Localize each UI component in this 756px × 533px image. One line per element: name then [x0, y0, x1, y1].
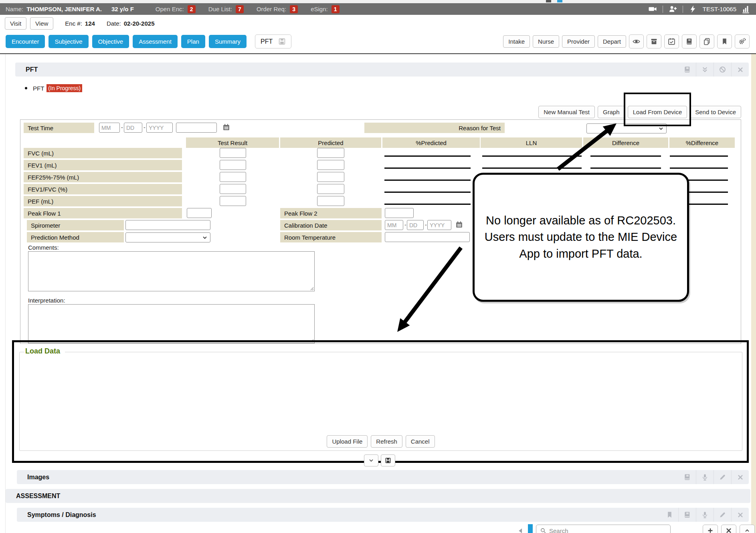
divider	[663, 6, 663, 13]
journal-button[interactable]	[682, 34, 697, 48]
calendar-icon[interactable]	[222, 123, 230, 131]
due-list-counter[interactable]: Due List: 7	[208, 5, 244, 13]
save-button[interactable]	[381, 454, 395, 466]
lightning-bolt-icon[interactable]	[689, 5, 697, 13]
calibration-year-input[interactable]	[427, 220, 451, 230]
save-icon[interactable]	[278, 38, 286, 45]
close-icon[interactable]	[731, 508, 749, 522]
test-result-input[interactable]	[220, 160, 246, 170]
spirometer-input[interactable]	[125, 220, 210, 230]
search-input[interactable]	[549, 527, 667, 533]
prediction-method-select[interactable]	[125, 232, 210, 242]
collapse-left-icon[interactable]	[517, 527, 525, 533]
depart-button[interactable]: Depart	[598, 35, 626, 48]
test-year-input[interactable]	[146, 123, 173, 133]
remove-button[interactable]	[721, 525, 736, 533]
new-manual-test-button[interactable]: New Manual Test	[538, 106, 595, 118]
tab-plan[interactable]: Plan	[181, 35, 205, 48]
calibration-date-label: Calibration Date	[280, 220, 382, 230]
percent-predicted-line	[384, 204, 471, 205]
eye-icon	[633, 38, 640, 45]
visit-button[interactable]: Visit	[5, 17, 26, 30]
test-day-input[interactable]	[124, 123, 142, 133]
tab-encounter[interactable]: Encounter	[6, 35, 45, 48]
close-icon[interactable]	[731, 63, 749, 77]
journal-icon[interactable]	[678, 508, 696, 522]
add-user-icon[interactable]	[669, 5, 677, 13]
test-hour-input[interactable]	[176, 123, 217, 133]
test-result-input[interactable]	[220, 196, 246, 206]
settings-button[interactable]	[735, 34, 750, 48]
order-req-badge: 3	[290, 5, 298, 13]
images-section-header: Images	[17, 470, 749, 484]
open-enc-counter[interactable]: Open Enc: 2	[156, 5, 196, 13]
test-result-input[interactable]	[220, 184, 246, 194]
resize-grip-icon[interactable]	[308, 285, 314, 291]
titlebar-tools: TEST-10065	[649, 5, 750, 13]
predicted-input[interactable]	[317, 172, 344, 182]
nurse-button[interactable]: Nurse	[533, 35, 559, 48]
add-button[interactable]	[703, 525, 718, 533]
test-result-input[interactable]	[220, 148, 246, 158]
video-camera-icon[interactable]	[649, 5, 657, 13]
symptoms-diagnosis-section-header: Symptoms / Diagnosis	[17, 508, 749, 522]
annotation-text: No longer available as of RC202503. User…	[481, 212, 681, 262]
microphone-icon[interactable]	[696, 470, 714, 484]
predicted-input[interactable]	[317, 160, 344, 170]
calibration-day-input[interactable]	[407, 220, 424, 230]
bookmark-button[interactable]	[717, 34, 732, 48]
bookmark-icon	[721, 38, 728, 45]
open-enc-badge: 2	[188, 5, 196, 13]
predicted-input[interactable]	[317, 148, 344, 158]
peak-flow-1-input[interactable]	[187, 208, 212, 218]
comments-textarea[interactable]	[28, 251, 315, 291]
provider-button[interactable]: Provider	[562, 35, 595, 48]
predicted-input[interactable]	[317, 196, 344, 206]
bookmark-icon[interactable]	[661, 508, 678, 522]
archive-button[interactable]	[647, 34, 661, 48]
calendar-check-button[interactable]	[664, 34, 679, 48]
eye-button[interactable]	[629, 34, 644, 48]
tab-summary[interactable]: Summary	[209, 35, 247, 48]
tab-subjective[interactable]: Subjective	[49, 35, 88, 48]
nav-toolbar: Intake Nurse Provider Depart	[503, 34, 750, 48]
interpretation-textarea[interactable]	[28, 304, 315, 343]
close-icon[interactable]	[731, 470, 749, 484]
row-label: FVC (mL)	[24, 148, 182, 158]
annotation-box-load-data	[12, 340, 749, 463]
predicted-input[interactable]	[317, 184, 344, 194]
col-percent-difference: %Difference	[669, 137, 735, 148]
tab-pft-active[interactable]: PFT	[255, 34, 291, 48]
send-to-device-button[interactable]: Send to Device	[690, 106, 741, 118]
collapse-double-chevron-icon[interactable]	[696, 63, 714, 77]
test-month-input[interactable]	[99, 123, 120, 133]
pft-item-link[interactable]: PFT	[33, 85, 44, 92]
calibration-month-input[interactable]	[385, 220, 403, 230]
intake-button[interactable]: Intake	[503, 35, 530, 48]
search-box[interactable]	[536, 525, 671, 533]
disable-icon[interactable]	[714, 63, 731, 77]
collapse-button[interactable]	[364, 454, 378, 466]
room-temperature-input[interactable]	[385, 232, 470, 242]
copy-button[interactable]	[699, 34, 714, 48]
collapse-up-button[interactable]	[740, 525, 755, 533]
calendar-icon[interactable]	[455, 221, 463, 228]
patient-name: THOMPSON, JENNIFER A.	[26, 6, 102, 12]
graph-button[interactable]: Graph	[598, 106, 625, 118]
patient-meta: 32 y/o F	[111, 6, 134, 12]
edit-pencil-icon[interactable]	[714, 470, 731, 484]
tab-objective[interactable]: Objective	[92, 35, 129, 48]
microphone-icon[interactable]	[696, 508, 714, 522]
order-req-counter[interactable]: Order Req: 3	[257, 5, 298, 13]
peak-flow-2-input[interactable]	[385, 208, 414, 218]
view-button[interactable]: View	[30, 17, 53, 30]
accent-bar	[528, 524, 533, 533]
bar-chart-icon[interactable]	[742, 5, 750, 13]
chart-nav-row: Encounter Subjective Objective Assessmen…	[6, 34, 750, 48]
edit-pencil-icon[interactable]	[714, 508, 731, 522]
journal-icon[interactable]	[678, 63, 696, 77]
journal-icon[interactable]	[678, 470, 696, 484]
esign-counter[interactable]: eSign: 1	[311, 5, 340, 13]
test-result-input[interactable]	[220, 172, 246, 182]
tab-assessment[interactable]: Assessment	[133, 35, 178, 48]
